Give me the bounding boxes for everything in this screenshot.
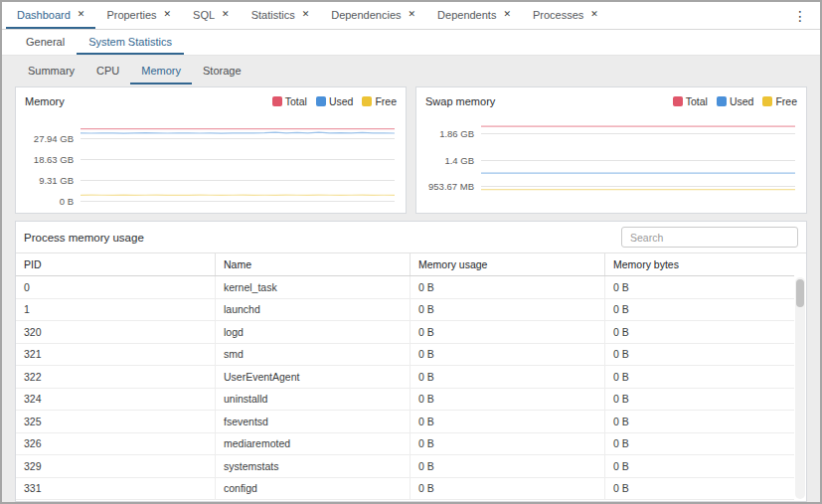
table-cell: 0 B bbox=[604, 389, 794, 411]
column-header-name[interactable]: Name bbox=[215, 253, 410, 275]
kebab-menu-icon[interactable]: ⋮ bbox=[784, 8, 816, 24]
search-input[interactable] bbox=[621, 227, 798, 248]
table-cell: 0 B bbox=[410, 455, 604, 477]
chart-legend: TotalUsedFree bbox=[272, 95, 397, 107]
stat-tab-storage[interactable]: Storage bbox=[192, 58, 252, 84]
table-cell: 0 B bbox=[604, 478, 794, 500]
stat-tab-cpu[interactable]: CPU bbox=[85, 58, 130, 84]
chart-plot-area: 27.94 GB18.63 GB9.31 GB0 B bbox=[81, 117, 395, 201]
table-row[interactable]: 1launchd0 B0 B bbox=[16, 299, 794, 322]
table-row[interactable]: 329systemstats0 B0 B bbox=[16, 455, 794, 478]
table-row[interactable]: 0kernel_task0 B0 B bbox=[16, 276, 794, 299]
legend-label: Total bbox=[285, 95, 307, 107]
gridline: 0 B bbox=[81, 201, 395, 202]
close-icon[interactable]: ✕ bbox=[222, 10, 230, 19]
table-row[interactable]: 326mediaremoted0 B0 B bbox=[16, 433, 794, 456]
legend-swatch-icon bbox=[272, 96, 282, 106]
chart-lines bbox=[81, 117, 395, 201]
table-row[interactable]: 325fseventsd0 B0 B bbox=[16, 411, 794, 433]
chart-header: MemoryTotalUsedFree bbox=[25, 93, 397, 109]
series-line-used bbox=[81, 132, 395, 133]
y-axis-tick-label: 18.63 GB bbox=[34, 154, 74, 165]
legend-item-used: Used bbox=[316, 95, 354, 107]
table-cell: 0 B bbox=[604, 433, 794, 455]
legend-swatch-icon bbox=[316, 96, 326, 106]
tab-label: Statistics bbox=[251, 9, 295, 21]
y-axis-tick-label: 27.94 GB bbox=[34, 133, 74, 144]
table-cell: 0 B bbox=[604, 321, 794, 343]
table-cell: 0 B bbox=[604, 344, 794, 366]
column-header-pid[interactable]: PID bbox=[16, 253, 215, 275]
legend-item-total: Total bbox=[673, 95, 708, 107]
swap-memory-chart-panel: Swap memoryTotalUsedFree1.86 GB1.4 GB953… bbox=[415, 86, 807, 214]
tab-label: Storage bbox=[203, 65, 242, 77]
main-tab-statistics[interactable]: Statistics✕ bbox=[241, 2, 321, 29]
table-cell: 331 bbox=[16, 478, 215, 500]
table-cell: configd bbox=[215, 478, 410, 500]
table-cell: 1 bbox=[16, 299, 215, 321]
tab-label: Memory bbox=[141, 65, 181, 77]
table-cell: 0 B bbox=[410, 344, 604, 366]
main-tab-processes[interactable]: Processes✕ bbox=[522, 2, 609, 29]
tab-label: Dashboard bbox=[17, 9, 71, 21]
stat-tab-summary[interactable]: Summary bbox=[17, 58, 85, 84]
table-row[interactable]: 321smd0 B0 B bbox=[16, 344, 794, 367]
main-tab-bar: Dashboard✕Properties✕SQL✕Statistics✕Depe… bbox=[2, 2, 820, 30]
close-icon[interactable]: ✕ bbox=[78, 10, 85, 19]
table-row[interactable]: 331configd0 B0 B bbox=[16, 478, 794, 501]
table-cell: 0 B bbox=[604, 366, 794, 388]
tab-label: Dependents bbox=[437, 9, 496, 21]
legend-item-free: Free bbox=[362, 95, 397, 107]
main-tab-dashboard[interactable]: Dashboard✕ bbox=[6, 2, 95, 29]
close-icon[interactable]: ✕ bbox=[164, 10, 172, 19]
chart-title: Memory bbox=[25, 95, 65, 107]
legend-label: Free bbox=[375, 95, 397, 107]
process-memory-panel: Process memory usage PIDNameMemory usage… bbox=[15, 221, 807, 502]
table-cell: kernel_task bbox=[215, 276, 410, 298]
sub-tab-bar: GeneralSystem Statistics bbox=[2, 30, 820, 56]
y-axis-tick-label: 9.31 GB bbox=[39, 175, 74, 186]
close-icon[interactable]: ✕ bbox=[590, 10, 598, 19]
chart-plot-area: 1.86 GB1.4 GB953.67 MB bbox=[481, 117, 795, 201]
column-header-memory-bytes[interactable]: Memory bytes bbox=[604, 253, 794, 275]
process-table-header: Process memory usage bbox=[16, 222, 806, 252]
main-tab-dependents[interactable]: Dependents✕ bbox=[426, 2, 522, 29]
close-icon[interactable]: ✕ bbox=[503, 10, 511, 19]
legend-label: Used bbox=[730, 95, 754, 107]
sub-tab-system-statistics[interactable]: System Statistics bbox=[77, 30, 184, 55]
tab-label: System Statistics bbox=[88, 36, 172, 48]
main-tabs: Dashboard✕Properties✕SQL✕Statistics✕Depe… bbox=[6, 2, 609, 29]
chart-lines bbox=[481, 117, 795, 201]
sub-tab-general[interactable]: General bbox=[14, 30, 77, 55]
table-cell: 0 bbox=[16, 276, 215, 298]
table-row[interactable]: 320logd0 B0 B bbox=[16, 321, 794, 344]
legend-label: Free bbox=[775, 95, 797, 107]
y-axis-tick-label: 0 B bbox=[60, 196, 74, 207]
table-scrollbar[interactable] bbox=[795, 277, 805, 499]
legend-swatch-icon bbox=[673, 96, 683, 106]
legend-swatch-icon bbox=[717, 96, 727, 106]
table-cell: 0 B bbox=[410, 411, 604, 432]
table-cell: 0 B bbox=[410, 478, 604, 500]
pgadmin-window: Dashboard✕Properties✕SQL✕Statistics✕Depe… bbox=[0, 0, 822, 504]
column-header-memory-usage[interactable]: Memory usage bbox=[410, 253, 604, 275]
close-icon[interactable]: ✕ bbox=[409, 10, 416, 19]
close-icon[interactable]: ✕ bbox=[302, 10, 310, 19]
legend-item-total: Total bbox=[272, 95, 307, 107]
legend-swatch-icon bbox=[762, 96, 772, 106]
legend-label: Total bbox=[686, 95, 708, 107]
stat-tab-memory[interactable]: Memory bbox=[130, 58, 192, 84]
main-tab-sql[interactable]: SQL✕ bbox=[182, 2, 241, 29]
main-tab-properties[interactable]: Properties✕ bbox=[95, 2, 182, 29]
main-tab-dependencies[interactable]: Dependencies✕ bbox=[320, 2, 426, 29]
table-cell: 326 bbox=[16, 433, 215, 455]
chart-title: Swap memory bbox=[425, 95, 495, 107]
table-row[interactable]: 322UserEventAgent0 B0 B bbox=[16, 366, 794, 389]
table-cell: logd bbox=[215, 321, 410, 343]
tab-label: CPU bbox=[96, 65, 119, 77]
legend-item-used: Used bbox=[717, 95, 754, 107]
y-axis-tick-label: 1.4 GB bbox=[444, 155, 474, 166]
table-row[interactable]: 324uninstalld0 B0 B bbox=[16, 389, 794, 412]
table-cell: 0 B bbox=[410, 299, 604, 321]
table-scrollbar-thumb[interactable] bbox=[796, 279, 804, 307]
